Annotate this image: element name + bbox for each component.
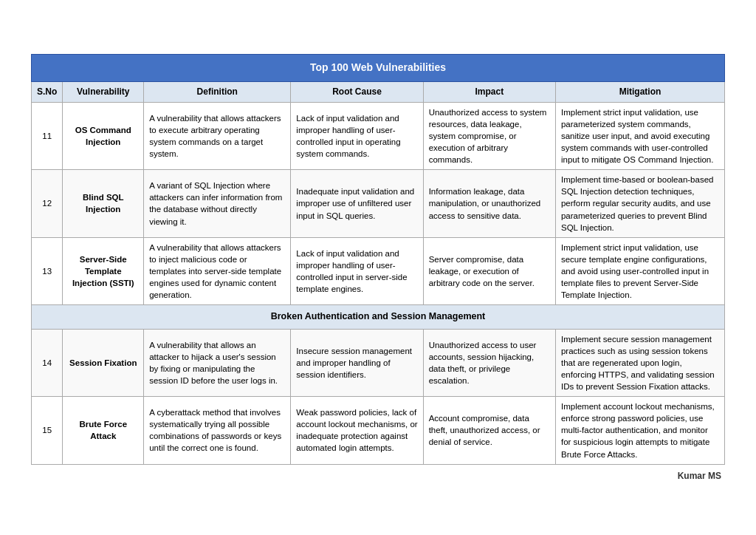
cell-def-14: A vulnerability that allows an attacker … [144,329,291,396]
table-row: 14 Session Fixation A vulnerability that… [32,329,725,396]
cell-sno-12: 12 [32,170,63,237]
header-impact: Impact [423,81,555,102]
header-mitigation: Mitigation [555,81,724,102]
cell-vuln-11: OS Command Injection [63,102,144,169]
cell-def-15: A cyberattack method that involves syste… [144,397,291,464]
cell-vuln-12: Blind SQL Injection [63,170,144,237]
header-sno: S.No [32,81,63,102]
cell-sno-14: 14 [32,329,63,396]
cell-vuln-13: Server-Side Template Injection (SSTI) [63,237,144,304]
header-root-cause: Root Cause [291,81,423,102]
cell-sno-11: 11 [32,102,63,169]
table-header-row: S.No Vulnerability Definition Root Cause… [32,81,725,102]
cell-mitigation-13: Implement strict input validation, use s… [555,237,724,304]
cell-impact-11: Unauthorized access to system resources,… [423,102,555,169]
section-header-row: Broken Authentication and Session Manage… [32,305,725,330]
cell-sno-15: 15 [32,397,63,464]
header-vulnerability: Vulnerability [63,81,144,102]
page-container: Top 100 Web Vulnerabilities S.No Vulnera… [31,54,725,480]
table-title: Top 100 Web Vulnerabilities [32,55,725,82]
cell-impact-13: Server compromise, data leakage, or exec… [423,237,555,304]
cell-impact-15: Account compromise, data theft, unauthor… [423,397,555,464]
cell-mitigation-14: Implement secure session management prac… [555,329,724,396]
cell-root-15: Weak password policies, lack of account … [291,397,423,464]
vulnerabilities-table: Top 100 Web Vulnerabilities S.No Vulnera… [31,54,725,464]
table-row: 11 OS Command Injection A vulnerability … [32,102,725,169]
table-row: 15 Brute Force Attack A cyberattack meth… [32,397,725,464]
cell-impact-14: Unauthorized access to user accounts, se… [423,329,555,396]
cell-sno-13: 13 [32,237,63,304]
footer-author: Kumar MS [31,471,725,481]
cell-vuln-14: Session Fixation [63,329,144,396]
cell-root-12: Inadequate input validation and improper… [291,170,423,237]
cell-mitigation-15: Implement account lockout mechanisms, en… [555,397,724,464]
cell-mitigation-12: Implement time-based or boolean-based SQ… [555,170,724,237]
section-header: Broken Authentication and Session Manage… [32,305,725,330]
cell-def-13: A vulnerability that allows attackers to… [144,237,291,304]
cell-root-14: Insecure session management and improper… [291,329,423,396]
table-title-row: Top 100 Web Vulnerabilities [32,55,725,82]
cell-def-12: A variant of SQL Injection where attacke… [144,170,291,237]
table-row: 13 Server-Side Template Injection (SSTI)… [32,237,725,304]
cell-impact-12: Information leakage, data manipulation, … [423,170,555,237]
table-row: 12 Blind SQL Injection A variant of SQL … [32,170,725,237]
cell-def-11: A vulnerability that allows attackers to… [144,102,291,169]
cell-root-11: Lack of input validation and improper ha… [291,102,423,169]
header-definition: Definition [144,81,291,102]
cell-vuln-15: Brute Force Attack [63,397,144,464]
cell-mitigation-11: Implement strict input validation, use p… [555,102,724,169]
cell-root-13: Lack of input validation and improper ha… [291,237,423,304]
